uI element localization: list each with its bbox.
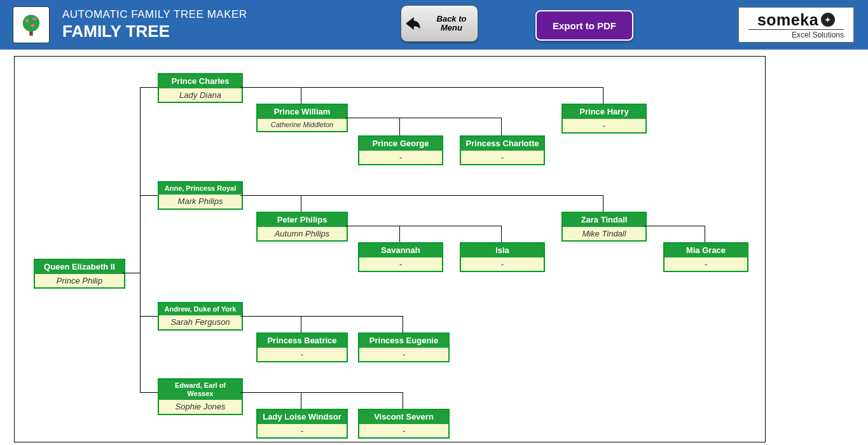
export-pdf-button[interactable]: Export to PDF xyxy=(535,10,633,41)
export-button-label: Export to PDF xyxy=(553,20,616,31)
header-bar: AUTOMATIC FAMILY TREE MAKER FAMILY TREE … xyxy=(0,0,868,50)
node-anne[interactable]: Anne, Princess Royal Mark Philips xyxy=(158,181,243,210)
logo-brand-text: someka xyxy=(757,11,818,29)
connector xyxy=(403,316,403,332)
connector xyxy=(140,316,158,317)
node-edward[interactable]: Edward, Earl of Wessex Sophie Jones xyxy=(158,378,243,415)
back-button-label: Back to Menu xyxy=(425,15,478,33)
connector xyxy=(140,392,158,393)
connector xyxy=(301,316,301,332)
header-title: FAMILY TREE xyxy=(62,22,247,41)
person-name: Anne, Princess Royal xyxy=(159,182,242,195)
connector xyxy=(301,392,301,409)
spouse-name: Catherine Middleton xyxy=(258,119,347,131)
person-name: Princess Eugenie xyxy=(359,334,448,348)
person-name: Prince Harry xyxy=(563,105,645,119)
header-titles: AUTOMATIC FAMILY TREE MAKER FAMILY TREE xyxy=(62,8,247,41)
spouse-name: Mark Philips xyxy=(159,195,242,209)
spouse-name: - xyxy=(359,348,448,362)
node-charlotte[interactable]: Princess Charlotte - xyxy=(460,135,545,165)
person-name: Prince Charles xyxy=(159,74,242,88)
back-to-menu-button[interactable]: Back to Menu xyxy=(401,5,478,42)
connector xyxy=(403,392,403,409)
node-mia[interactable]: Mia Grace - xyxy=(663,242,748,272)
node-savannah[interactable]: Savannah - xyxy=(358,242,443,272)
spouse-name: - xyxy=(359,424,448,438)
node-william[interactable]: Prince William Catherine Middleton xyxy=(256,104,348,132)
connector xyxy=(240,195,603,196)
spouse-name: - xyxy=(359,151,442,165)
node-harry[interactable]: Prince Harry - xyxy=(561,104,647,134)
someka-logo: someka ✦ Excel Solutions xyxy=(738,7,854,43)
spouse-name: - xyxy=(258,348,347,362)
svg-point-1 xyxy=(23,15,39,31)
node-eugenie[interactable]: Princess Eugenie - xyxy=(358,332,450,362)
connector xyxy=(501,226,502,242)
tree-frame: Queen Elizabeth II Prince Philip Prince … xyxy=(14,56,766,442)
node-zara[interactable]: Zara Tindall Mike Tindall xyxy=(561,212,647,242)
connector xyxy=(301,87,301,104)
spouse-name: - xyxy=(461,151,544,165)
node-isla[interactable]: Isla - xyxy=(460,242,545,272)
person-name: Mia Grace xyxy=(665,243,747,257)
connector xyxy=(603,195,603,212)
connector xyxy=(501,118,502,135)
spouse-name: - xyxy=(461,257,544,271)
connector xyxy=(140,87,141,392)
svg-point-2 xyxy=(25,19,29,22)
connector xyxy=(345,226,501,226)
spouse-name: - xyxy=(665,257,747,271)
connector xyxy=(240,392,403,393)
spouse-name: Prince Philip xyxy=(35,274,124,288)
person-name: Princess Charlotte xyxy=(461,137,544,151)
connector xyxy=(240,316,403,317)
node-charles[interactable]: Prince Charles Lady Diana xyxy=(158,73,243,103)
connector xyxy=(140,195,158,196)
logo-tagline: Excel Solutions xyxy=(748,29,844,39)
node-andrew[interactable]: Andrew, Duke of York Sarah Ferguson xyxy=(158,302,243,331)
spouse-name: - xyxy=(258,424,347,438)
connector xyxy=(705,226,705,242)
person-name: Prince George xyxy=(359,137,442,151)
person-name: Isla xyxy=(461,243,544,257)
person-name: Prince William xyxy=(258,105,347,119)
person-name: Edward, Earl of Wessex xyxy=(159,380,242,400)
spouse-name: - xyxy=(359,257,442,271)
connector xyxy=(240,87,603,88)
person-name: Princess Beatrice xyxy=(258,334,347,348)
person-name: Peter Philips xyxy=(258,213,347,227)
header-subtitle: AUTOMATIC FAMILY TREE MAKER xyxy=(62,8,247,21)
tree-canvas: Queen Elizabeth II Prince Philip Prince … xyxy=(15,57,765,442)
node-root[interactable]: Queen Elizabeth II Prince Philip xyxy=(34,259,125,289)
node-peter[interactable]: Peter Philips Autumn Philips xyxy=(256,212,348,242)
spouse-name: Lady Diana xyxy=(159,88,242,102)
node-beatrice[interactable]: Princess Beatrice - xyxy=(256,332,348,362)
spouse-name: - xyxy=(563,119,645,133)
connector xyxy=(399,226,400,242)
person-name: Lady Loise Windsor xyxy=(258,410,347,424)
connector xyxy=(603,87,603,104)
tree-icon xyxy=(13,6,50,43)
person-name: Zara Tindall xyxy=(563,213,645,227)
node-severn[interactable]: Viscont Severn - xyxy=(358,409,450,439)
connector xyxy=(345,118,501,118)
connector xyxy=(301,195,301,212)
spouse-name: Sophie Jones xyxy=(159,400,242,414)
spouse-name: Mike Tindall xyxy=(563,227,645,241)
spouse-name: Autumn Philips xyxy=(258,227,347,241)
svg-point-4 xyxy=(31,24,34,27)
spouse-name: Sarah Ferguson xyxy=(159,315,242,329)
connector xyxy=(123,273,141,273)
logo-dot-icon: ✦ xyxy=(821,13,835,27)
person-name: Andrew, Duke of York xyxy=(159,303,242,315)
connector xyxy=(644,226,705,226)
node-george[interactable]: Prince George - xyxy=(358,135,443,165)
svg-point-3 xyxy=(33,17,36,20)
connector xyxy=(140,87,158,88)
node-louise[interactable]: Lady Loise Windsor - xyxy=(256,409,348,439)
person-name: Savannah xyxy=(359,243,442,257)
person-name: Queen Elizabeth II xyxy=(35,260,124,274)
connector xyxy=(399,118,400,135)
person-name: Viscont Severn xyxy=(359,410,448,424)
